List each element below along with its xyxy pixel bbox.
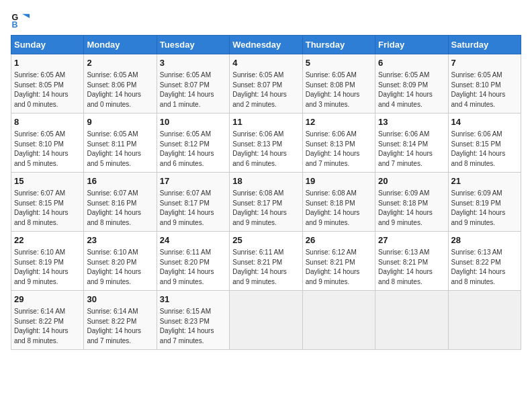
calendar-day-cell: 3Sunrise: 6:05 AMSunset: 8:07 PMDaylight… xyxy=(157,54,229,113)
calendar-day-cell: 25Sunrise: 6:11 AMSunset: 8:21 PMDayligh… xyxy=(230,232,302,291)
day-info: Sunrise: 6:05 AMSunset: 8:10 PMDaylight:… xyxy=(451,71,518,109)
calendar-day-cell: 2Sunrise: 6:05 AMSunset: 8:06 PMDaylight… xyxy=(84,54,157,113)
day-info: Sunrise: 6:05 AMSunset: 8:11 PMDaylight:… xyxy=(87,130,153,169)
calendar-body: 1Sunrise: 6:05 AMSunset: 8:05 PMDaylight… xyxy=(11,54,521,350)
calendar-day-cell: 21Sunrise: 6:09 AMSunset: 8:19 PMDayligh… xyxy=(448,173,521,232)
svg-marker-1 xyxy=(22,14,30,18)
day-number: 20 xyxy=(378,175,445,187)
calendar-day-cell: 19Sunrise: 6:08 AMSunset: 8:18 PMDayligh… xyxy=(302,173,375,232)
calendar-day-cell: 16Sunrise: 6:07 AMSunset: 8:16 PMDayligh… xyxy=(84,173,157,232)
day-number: 24 xyxy=(160,234,226,246)
day-info: Sunrise: 6:06 AMSunset: 8:13 PMDaylight:… xyxy=(306,130,372,169)
day-number: 22 xyxy=(14,234,81,246)
day-info: Sunrise: 6:12 AMSunset: 8:21 PMDaylight:… xyxy=(306,248,372,287)
day-number: 2 xyxy=(87,57,153,69)
calendar-day-cell xyxy=(448,291,521,350)
weekday-header: Tuesday xyxy=(157,36,229,54)
calendar-day-cell: 12Sunrise: 6:06 AMSunset: 8:13 PMDayligh… xyxy=(302,113,375,173)
day-number: 27 xyxy=(378,234,445,246)
day-number: 30 xyxy=(87,293,153,306)
day-info: Sunrise: 6:07 AMSunset: 8:16 PMDaylight:… xyxy=(87,189,153,228)
calendar-day-cell: 29Sunrise: 6:14 AMSunset: 8:22 PMDayligh… xyxy=(11,291,84,350)
day-number: 13 xyxy=(378,116,445,128)
day-number: 25 xyxy=(232,234,299,246)
calendar-day-cell: 14Sunrise: 6:06 AMSunset: 8:15 PMDayligh… xyxy=(448,113,521,173)
day-number: 23 xyxy=(87,234,153,246)
day-number: 19 xyxy=(306,175,372,187)
day-info: Sunrise: 6:05 AMSunset: 8:07 PMDaylight:… xyxy=(160,71,226,109)
calendar-day-cell: 31Sunrise: 6:15 AMSunset: 8:23 PMDayligh… xyxy=(157,291,229,350)
day-number: 31 xyxy=(160,293,226,306)
day-number: 3 xyxy=(160,57,226,69)
weekday-header: Saturday xyxy=(448,36,521,54)
day-info: Sunrise: 6:06 AMSunset: 8:15 PMDaylight:… xyxy=(451,130,518,169)
day-info: Sunrise: 6:05 AMSunset: 8:07 PMDaylight:… xyxy=(232,71,299,109)
calendar-table: SundayMondayTuesdayWednesdayThursdayFrid… xyxy=(11,35,521,350)
day-info: Sunrise: 6:05 AMSunset: 8:06 PMDaylight:… xyxy=(87,71,153,109)
day-number: 12 xyxy=(306,116,372,128)
calendar-day-cell: 23Sunrise: 6:10 AMSunset: 8:20 PMDayligh… xyxy=(84,232,157,291)
day-info: Sunrise: 6:11 AMSunset: 8:20 PMDaylight:… xyxy=(160,248,226,287)
calendar-week-row: 1Sunrise: 6:05 AMSunset: 8:05 PMDaylight… xyxy=(11,54,521,113)
day-info: Sunrise: 6:11 AMSunset: 8:21 PMDaylight:… xyxy=(232,248,299,287)
day-number: 9 xyxy=(87,116,153,128)
day-info: Sunrise: 6:14 AMSunset: 8:22 PMDaylight:… xyxy=(14,307,81,346)
day-number: 1 xyxy=(14,57,81,69)
calendar-day-cell: 26Sunrise: 6:12 AMSunset: 8:21 PMDayligh… xyxy=(302,232,375,291)
calendar-day-cell: 17Sunrise: 6:07 AMSunset: 8:17 PMDayligh… xyxy=(157,173,229,232)
calendar-day-cell: 11Sunrise: 6:06 AMSunset: 8:13 PMDayligh… xyxy=(230,113,302,173)
calendar-day-cell: 5Sunrise: 6:05 AMSunset: 8:08 PMDaylight… xyxy=(302,54,375,113)
day-number: 17 xyxy=(160,175,226,187)
calendar-day-cell: 8Sunrise: 6:05 AMSunset: 8:10 PMDaylight… xyxy=(11,113,84,173)
calendar-day-cell: 1Sunrise: 6:05 AMSunset: 8:05 PMDaylight… xyxy=(11,54,84,113)
day-number: 5 xyxy=(306,57,372,69)
day-number: 11 xyxy=(232,116,299,128)
weekday-header: Thursday xyxy=(302,36,375,54)
logo-icon: G B xyxy=(11,11,30,30)
day-info: Sunrise: 6:15 AMSunset: 8:23 PMDaylight:… xyxy=(160,307,226,346)
day-info: Sunrise: 6:06 AMSunset: 8:13 PMDaylight:… xyxy=(232,130,299,169)
day-info: Sunrise: 6:10 AMSunset: 8:20 PMDaylight:… xyxy=(87,248,153,287)
day-info: Sunrise: 6:10 AMSunset: 8:19 PMDaylight:… xyxy=(14,248,81,287)
day-info: Sunrise: 6:07 AMSunset: 8:15 PMDaylight:… xyxy=(14,189,81,228)
weekday-header: Monday xyxy=(84,36,157,54)
day-info: Sunrise: 6:05 AMSunset: 8:09 PMDaylight:… xyxy=(378,71,445,109)
calendar-day-cell: 18Sunrise: 6:08 AMSunset: 8:17 PMDayligh… xyxy=(230,173,302,232)
day-info: Sunrise: 6:05 AMSunset: 8:12 PMDaylight:… xyxy=(160,130,226,169)
calendar-day-cell xyxy=(230,291,302,350)
calendar-header: SundayMondayTuesdayWednesdayThursdayFrid… xyxy=(11,36,521,54)
day-info: Sunrise: 6:05 AMSunset: 8:08 PMDaylight:… xyxy=(306,71,372,109)
day-number: 15 xyxy=(14,175,81,187)
calendar-week-row: 29Sunrise: 6:14 AMSunset: 8:22 PMDayligh… xyxy=(11,291,521,350)
calendar-day-cell xyxy=(302,291,375,350)
day-info: Sunrise: 6:09 AMSunset: 8:19 PMDaylight:… xyxy=(451,189,518,228)
day-info: Sunrise: 6:08 AMSunset: 8:18 PMDaylight:… xyxy=(306,189,372,228)
calendar-day-cell: 6Sunrise: 6:05 AMSunset: 8:09 PMDaylight… xyxy=(375,54,448,113)
weekday-header: Wednesday xyxy=(230,36,302,54)
weekday-header: Sunday xyxy=(11,36,84,54)
calendar-day-cell: 4Sunrise: 6:05 AMSunset: 8:07 PMDaylight… xyxy=(230,54,302,113)
day-info: Sunrise: 6:07 AMSunset: 8:17 PMDaylight:… xyxy=(160,189,226,228)
day-number: 21 xyxy=(451,175,518,187)
day-info: Sunrise: 6:13 AMSunset: 8:22 PMDaylight:… xyxy=(451,248,518,287)
calendar-day-cell: 24Sunrise: 6:11 AMSunset: 8:20 PMDayligh… xyxy=(157,232,229,291)
day-number: 28 xyxy=(451,234,518,246)
day-number: 4 xyxy=(232,57,299,69)
day-info: Sunrise: 6:05 AMSunset: 8:10 PMDaylight:… xyxy=(14,130,81,169)
logo: G B xyxy=(11,11,32,30)
calendar-day-cell: 28Sunrise: 6:13 AMSunset: 8:22 PMDayligh… xyxy=(448,232,521,291)
calendar-day-cell: 7Sunrise: 6:05 AMSunset: 8:10 PMDaylight… xyxy=(448,54,521,113)
day-number: 29 xyxy=(14,293,81,306)
calendar-day-cell: 27Sunrise: 6:13 AMSunset: 8:21 PMDayligh… xyxy=(375,232,448,291)
calendar-week-row: 8Sunrise: 6:05 AMSunset: 8:10 PMDaylight… xyxy=(11,113,521,173)
calendar-week-row: 22Sunrise: 6:10 AMSunset: 8:19 PMDayligh… xyxy=(11,232,521,291)
day-info: Sunrise: 6:13 AMSunset: 8:21 PMDaylight:… xyxy=(378,248,445,287)
day-info: Sunrise: 6:08 AMSunset: 8:17 PMDaylight:… xyxy=(232,189,299,228)
calendar-day-cell: 20Sunrise: 6:09 AMSunset: 8:18 PMDayligh… xyxy=(375,173,448,232)
calendar-day-cell: 30Sunrise: 6:14 AMSunset: 8:22 PMDayligh… xyxy=(84,291,157,350)
day-number: 7 xyxy=(451,57,518,69)
day-info: Sunrise: 6:14 AMSunset: 8:22 PMDaylight:… xyxy=(87,307,153,346)
calendar-day-cell: 22Sunrise: 6:10 AMSunset: 8:19 PMDayligh… xyxy=(11,232,84,291)
calendar-day-cell: 10Sunrise: 6:05 AMSunset: 8:12 PMDayligh… xyxy=(157,113,229,173)
day-info: Sunrise: 6:06 AMSunset: 8:14 PMDaylight:… xyxy=(378,130,445,169)
